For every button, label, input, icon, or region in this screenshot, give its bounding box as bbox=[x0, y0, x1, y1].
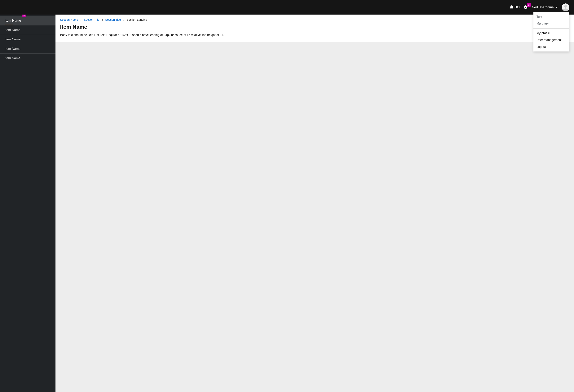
app-shell: 1 Item NameItem NameItem NameItem NameIt… bbox=[0, 15, 574, 392]
breadcrumb-link[interactable]: Section Title bbox=[84, 18, 100, 21]
sidebar-item-1[interactable]: Item Name bbox=[0, 25, 56, 35]
chevron-right-icon: ❯ bbox=[80, 18, 82, 21]
user-menu-disabled-item: More text bbox=[533, 20, 569, 27]
content-area: Section Home❯Section Title❯Section Title… bbox=[56, 15, 574, 392]
sidebar-item-label: Item Name bbox=[5, 47, 20, 51]
user-menu-toggle[interactable]: Ned Username bbox=[532, 5, 557, 9]
breadcrumb: Section Home❯Section Title❯Section Title… bbox=[60, 18, 569, 21]
notification-count: 000 bbox=[514, 5, 520, 9]
user-menu-item[interactable]: Logout bbox=[533, 43, 569, 50]
user-menu-item[interactable]: My profile bbox=[533, 30, 569, 37]
sidebar: 1 Item NameItem NameItem NameItem NameIt… bbox=[0, 15, 56, 392]
user-dropdown-disabled-section: TextMore text bbox=[533, 12, 569, 28]
sidebar-item-2[interactable]: Item Name bbox=[0, 35, 56, 44]
chevron-right-icon: ❯ bbox=[123, 18, 125, 21]
bell-icon bbox=[510, 5, 513, 9]
user-dropdown-section: My profileUser managementLogout bbox=[533, 28, 569, 51]
notifications-button[interactable]: 000 bbox=[510, 5, 520, 9]
svg-point-1 bbox=[564, 5, 567, 8]
top-header: 000 2 Ned Username T bbox=[0, 0, 574, 15]
breadcrumb-link[interactable]: Section Title bbox=[105, 18, 121, 21]
sidebar-item-0[interactable]: Item Name bbox=[0, 16, 56, 25]
settings-badge: 2 bbox=[527, 3, 531, 7]
avatar[interactable] bbox=[562, 3, 569, 11]
user-name: Ned Username bbox=[532, 5, 554, 9]
chevron-right-icon: ❯ bbox=[102, 18, 103, 21]
settings-button[interactable]: 2 bbox=[524, 5, 528, 9]
user-dropdown: TextMore text My profileUser managementL… bbox=[533, 12, 569, 51]
sidebar-item-label: Item Name bbox=[5, 28, 20, 32]
sidebar-item-label: Item Name bbox=[5, 56, 20, 60]
page-body-text: Body text should be Red Hat Text Regular… bbox=[60, 33, 569, 37]
breadcrumb-link[interactable]: Section Home bbox=[60, 18, 78, 21]
page-title: Item Name bbox=[60, 24, 569, 30]
sidebar-item-label: Item Name bbox=[5, 19, 21, 22]
breadcrumb-current: Section Landing bbox=[127, 18, 147, 21]
user-menu-item[interactable]: User management bbox=[533, 37, 569, 43]
avatar-icon bbox=[562, 3, 569, 11]
sidebar-item-4[interactable]: Item Name bbox=[0, 54, 56, 63]
user-menu-disabled-item: Text bbox=[533, 13, 569, 20]
sidebar-item-3[interactable]: Item Name bbox=[0, 44, 56, 54]
sidebar-item-label: Item Name bbox=[5, 38, 20, 41]
page-header: Section Home❯Section Title❯Section Title… bbox=[56, 15, 574, 42]
caret-down-icon bbox=[556, 7, 557, 8]
sidebar-nav-list: Item NameItem NameItem NameItem NameItem… bbox=[0, 16, 56, 63]
header-right: 000 2 Ned Username bbox=[510, 3, 569, 11]
